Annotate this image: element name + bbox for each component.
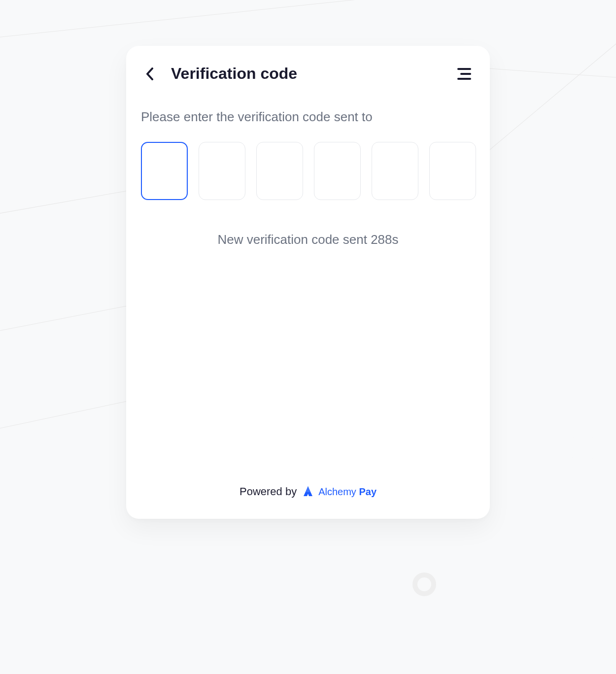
brand-text: Alchemy Pay: [318, 486, 376, 498]
alchemy-pay-logo: Alchemy Pay: [302, 485, 376, 498]
resend-timer: New verification code sent 288s: [141, 232, 475, 247]
card-content: Please enter the verification code sent …: [126, 83, 490, 485]
back-button[interactable]: [141, 65, 159, 83]
timer-suffix: s: [392, 232, 399, 247]
decorative-star-icon: [569, 434, 597, 462]
code-input-5[interactable]: [372, 142, 418, 200]
instruction-text: Please enter the verification code sent …: [141, 109, 475, 125]
code-input-group: [141, 142, 475, 200]
powered-by-label: Powered by: [240, 485, 297, 498]
alchemy-pay-icon: [302, 485, 314, 498]
timer-prefix: New verification code sent: [217, 232, 371, 247]
verification-card: Verification code Please enter the verif…: [126, 46, 490, 519]
code-input-1[interactable]: [141, 142, 188, 200]
svg-rect-0: [457, 68, 471, 70]
code-input-2[interactable]: [199, 142, 245, 200]
code-input-3[interactable]: [256, 142, 303, 200]
hamburger-icon: [457, 68, 471, 80]
code-input-6[interactable]: [429, 142, 476, 200]
card-header: Verification code: [126, 46, 490, 83]
menu-button[interactable]: [455, 65, 473, 83]
chevron-left-icon: [146, 67, 154, 80]
card-footer: Powered by Alchemy Pay: [126, 485, 490, 519]
brand-name: Alchemy: [318, 486, 356, 497]
header-left: Verification code: [141, 65, 297, 83]
svg-rect-1: [460, 73, 471, 75]
code-input-4[interactable]: [314, 142, 361, 200]
svg-rect-2: [457, 78, 471, 80]
timer-seconds: 288: [371, 232, 392, 247]
page-title: Verification code: [171, 65, 297, 83]
decorative-circle-icon: [412, 573, 436, 596]
brand-suffix: Pay: [359, 486, 376, 497]
